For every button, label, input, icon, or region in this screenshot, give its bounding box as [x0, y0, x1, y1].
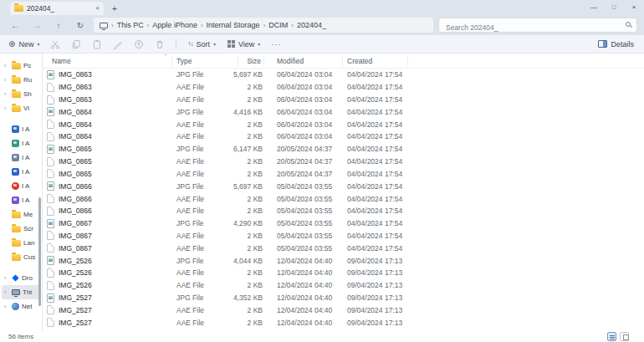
- column-header-size[interactable]: Size: [214, 57, 264, 65]
- forward-button[interactable]: →: [28, 21, 45, 30]
- sidebar-folder-item[interactable]: › Pc: [2, 59, 40, 73]
- file-name: IMG_0865: [59, 170, 92, 178]
- table-row[interactable]: IMG_0865 AAE File 2 KB 20/05/2024 04:37 …: [43, 168, 644, 181]
- file-modified: 20/05/2024 04:37: [264, 145, 344, 153]
- sidebar-app-item[interactable]: I A: [2, 122, 40, 136]
- file-name: IMG_0867: [59, 219, 92, 227]
- breadcrumb-item[interactable]: This PC: [117, 21, 144, 29]
- paste-button[interactable]: [92, 39, 102, 49]
- refresh-button[interactable]: ↻: [72, 21, 89, 30]
- table-row[interactable]: IMG_2527 AAE File 2 KB 12/04/2024 04:40 …: [43, 304, 644, 316]
- column-separator[interactable]: [342, 56, 343, 66]
- maximize-button[interactable]: □: [604, 0, 624, 15]
- large-icons-view-button[interactable]: [620, 332, 629, 341]
- table-row[interactable]: IMG_2526 AAE File 2 KB 12/04/2024 04:40 …: [43, 267, 644, 279]
- table-row[interactable]: IMG_0866 AAE File 2 KB 05/04/2024 03:55 …: [43, 192, 644, 205]
- sort-ascending-icon: ˆ: [165, 54, 166, 59]
- file-name-cell: IMG_0867: [43, 231, 172, 240]
- up-button[interactable]: ↑: [50, 21, 67, 30]
- breadcrumb-item[interactable]: Internal Storage: [207, 21, 260, 29]
- column-header-type[interactable]: Type: [172, 57, 214, 65]
- chevron-right-icon[interactable]: ›: [4, 304, 9, 309]
- more-options-button[interactable]: ···: [271, 40, 281, 48]
- new-button[interactable]: ⊕ New ▾: [8, 39, 39, 48]
- rename-button[interactable]: [113, 39, 123, 49]
- chevron-right-icon[interactable]: ›: [4, 105, 9, 111]
- sidebar-app-item[interactable]: I A: [2, 136, 40, 151]
- table-row[interactable]: IMG_2526 JPG File 4,044 KB 12/04/2024 04…: [43, 254, 644, 267]
- breadcrumb-item[interactable]: 202404_: [297, 21, 326, 29]
- table-row[interactable]: IMG_2527 AAE File 2 KB 12/04/2024 04:40 …: [43, 316, 644, 329]
- chevron-down-icon: ▾: [37, 41, 39, 47]
- file-created: 09/04/2024 17:13: [344, 306, 461, 314]
- tab-202404[interactable]: 202404_ ×: [10, 2, 104, 15]
- table-row[interactable]: IMG_0863 AAE File 2 KB 06/04/2024 03:04 …: [43, 94, 644, 106]
- sidebar-app-item[interactable]: I A: [2, 165, 40, 179]
- file-type: AAE File: [172, 319, 214, 327]
- column-header-modified[interactable]: Modified: [264, 57, 344, 65]
- breadcrumb[interactable]: › This PC › Apple iPhone › Internal Stor…: [94, 18, 433, 33]
- back-button[interactable]: ←: [7, 21, 23, 30]
- table-row[interactable]: IMG_0863 AAE File 2 KB 06/04/2024 03:04 …: [43, 81, 644, 94]
- tab-close-icon[interactable]: ×: [95, 5, 100, 12]
- table-row[interactable]: IMG_0864 AAE File 2 KB 06/04/2024 03:04 …: [43, 118, 644, 130]
- sort-button[interactable]: ↑↓ Sort ▾: [187, 40, 216, 48]
- cut-button[interactable]: [50, 39, 60, 49]
- sidebar-folder-item[interactable]: Scr: [2, 222, 40, 236]
- sidebar-app-item[interactable]: I A: [2, 151, 40, 165]
- table-row[interactable]: IMG_0866 JPG File 5,697 KB 05/04/2024 03…: [43, 180, 644, 192]
- sidebar-app-item[interactable]: I A: [2, 193, 40, 207]
- table-row[interactable]: IMG_0865 JPG File 6,147 KB 20/05/2024 04…: [43, 143, 644, 156]
- sidebar-scrollbar[interactable]: [38, 197, 41, 306]
- table-row[interactable]: IMG_0867 AAE File 2 KB 05/04/2024 03:55 …: [43, 230, 644, 242]
- folder-icon: [12, 212, 21, 218]
- file-name-cell: IMG_0865: [43, 157, 172, 166]
- chevron-right-icon[interactable]: ›: [4, 275, 9, 281]
- sidebar-folder-item[interactable]: Cus: [2, 250, 40, 264]
- file-modified: 05/04/2024 03:55: [264, 219, 344, 227]
- table-row[interactable]: IMG_0866 AAE File 2 KB 05/04/2024 03:55 …: [43, 205, 644, 217]
- sidebar-system-item[interactable]: › Net: [2, 299, 40, 314]
- file-size: 2 KB: [214, 95, 264, 104]
- column-separator[interactable]: [171, 56, 172, 66]
- sidebar-folder-item[interactable]: › Ru: [2, 73, 40, 87]
- column-header-created[interactable]: Created: [344, 57, 461, 65]
- copy-button[interactable]: [71, 39, 81, 49]
- table-row[interactable]: IMG_0863 JPG File 5,697 KB 06/04/2024 03…: [43, 69, 644, 81]
- breadcrumb-item[interactable]: Apple iPhone: [152, 21, 197, 29]
- sidebar-folder-item[interactable]: › Sh: [2, 87, 40, 101]
- column-separator[interactable]: [263, 56, 264, 66]
- minimize-button[interactable]: —: [584, 0, 604, 15]
- delete-button[interactable]: [155, 39, 165, 49]
- chevron-right-icon[interactable]: ›: [4, 289, 9, 295]
- column-separator[interactable]: [238, 56, 238, 66]
- column-separator[interactable]: [407, 56, 408, 66]
- chevron-right-icon[interactable]: ›: [4, 77, 9, 83]
- details-pane-button[interactable]: Details: [598, 40, 634, 48]
- chevron-right-icon[interactable]: ›: [4, 91, 9, 97]
- sidebar-folder-item[interactable]: Me: [2, 207, 40, 222]
- search-input[interactable]: [439, 21, 636, 34]
- sidebar-system-item[interactable]: › Dro: [2, 271, 40, 285]
- new-tab-button[interactable]: +: [112, 4, 117, 15]
- table-row[interactable]: IMG_0865 AAE File 2 KB 20/05/2024 04:37 …: [43, 156, 644, 168]
- table-row[interactable]: IMG_2527 JPG File 4,352 KB 12/04/2024 04…: [43, 292, 644, 304]
- table-row[interactable]: IMG_0867 AAE File 2 KB 05/04/2024 03:55 …: [43, 242, 644, 254]
- sidebar-folder-item[interactable]: › Vi: [2, 101, 40, 115]
- file-size: 2 KB: [214, 281, 264, 289]
- sidebar-app-item[interactable]: I A: [2, 179, 40, 193]
- close-button[interactable]: ×: [624, 0, 644, 15]
- column-header-name[interactable]: Name: [43, 57, 172, 65]
- table-row[interactable]: IMG_0867 JPG File 4,290 KB 05/04/2024 03…: [43, 217, 644, 230]
- table-row[interactable]: IMG_2526 AAE File 2 KB 12/04/2024 04:40 …: [43, 279, 644, 292]
- chevron-right-icon[interactable]: ›: [4, 63, 9, 69]
- share-button[interactable]: [134, 39, 144, 49]
- sidebar-folder-item[interactable]: Lan: [2, 236, 40, 250]
- file-created: 04/04/2024 17:54: [344, 170, 461, 178]
- table-row[interactable]: IMG_0864 JPG File 4,416 KB 06/04/2024 03…: [43, 105, 644, 118]
- sidebar-system-item[interactable]: › Thi: [2, 285, 40, 299]
- details-view-button[interactable]: [607, 332, 616, 341]
- view-button[interactable]: View ▾: [227, 40, 260, 48]
- breadcrumb-item[interactable]: DCIM: [268, 21, 288, 29]
- table-row[interactable]: IMG_0864 AAE File 2 KB 06/04/2024 03:04 …: [43, 130, 644, 143]
